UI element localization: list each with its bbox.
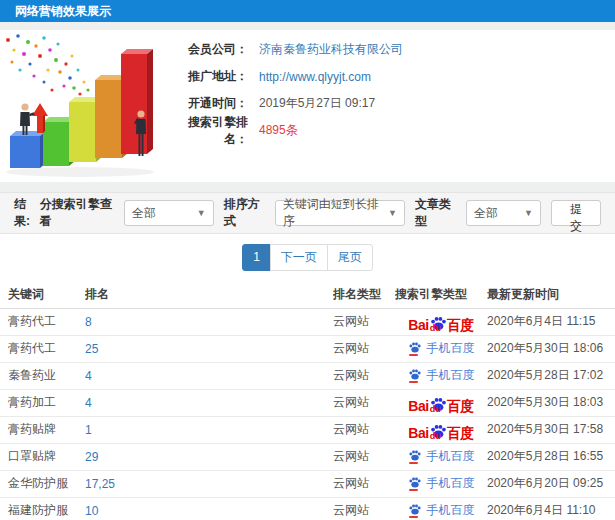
mobile-baidu-underline	[409, 354, 418, 356]
businessman-left	[20, 103, 35, 135]
mobile-baidu-icon	[408, 476, 422, 491]
page-button-current[interactable]: 1	[242, 244, 271, 271]
baidu-paw-icon: du	[430, 315, 447, 332]
bar-red	[121, 49, 153, 154]
table-header-row: 关键词 排名 排名类型 搜索引擎类型 最新更新时间	[0, 282, 615, 308]
keyword-cell: 膏药加工	[0, 389, 85, 416]
baidu-logo-cn-text: 百度	[447, 426, 474, 440]
baidu-logo-cn-text: 百度	[447, 318, 474, 332]
sort-select[interactable]: 关键词由短到长排序 ▼	[275, 200, 405, 226]
updated-cell: 2020年5月28日 16:55	[487, 443, 615, 470]
rank-link[interactable]: 4	[85, 396, 92, 410]
keyword-cell: 膏药代工	[0, 335, 85, 362]
results-content: 1 下一页 尾页 关键词 排名 排名类型 搜索引擎类型 最新更新时间 膏药代工 …	[0, 234, 615, 520]
col-header-rank: 排名	[85, 282, 333, 308]
promo-url-link[interactable]: http://www.qlyyjt.com	[259, 70, 371, 84]
engine-view-label: 分搜索引擎查看	[40, 196, 117, 230]
confetti-dots	[6, 34, 90, 95]
window-title-bar: 网络营销效果展示	[0, 0, 615, 22]
open-time-value: 2019年5月27日 09:17	[259, 95, 375, 112]
mobile-baidu-badge: 手机百度	[408, 475, 475, 492]
mobile-baidu-label: 手机百度	[427, 475, 475, 492]
mobile-baidu-badge: 手机百度	[408, 502, 475, 519]
rank-link[interactable]: 8	[85, 315, 92, 329]
updated-cell: 2020年6月4日 11:15	[487, 308, 615, 335]
mobile-baidu-badge: 手机百度	[408, 448, 475, 465]
chevron-down-icon: ▼	[518, 208, 533, 218]
results-label: 结果:	[14, 196, 40, 230]
table-row: 膏药代工 25 云网站	[0, 335, 615, 362]
engine-type-cell: Bai du 百度	[395, 308, 487, 335]
table-row: 膏药贴牌 1 云网站 Bai du 百度	[0, 416, 615, 443]
updated-cell: 2020年5月30日 18:06	[487, 335, 615, 362]
member-info-panel: 会员公司： 济南秦鲁药业科技有限公司 推广地址： http://www.qlyy…	[0, 30, 615, 182]
last-page-button[interactable]: 尾页	[327, 244, 373, 271]
updated-cell: 2020年6月20日 09:25	[487, 470, 615, 497]
col-header-updated: 最新更新时间	[487, 282, 615, 308]
baidu-logo-bai-text: Bai	[408, 426, 428, 440]
rank-type-cell: 云网站	[333, 389, 395, 416]
engine-filter-select[interactable]: 全部 ▼	[124, 200, 214, 226]
keyword-cell: 福建防护服	[0, 497, 85, 520]
keyword-cell: 金华防护服	[0, 470, 85, 497]
baidu-logo-bai-text: Bai	[408, 399, 428, 413]
page-title: 网络营销效果展示	[15, 4, 111, 18]
bar-blue	[10, 131, 46, 168]
table-row: 秦鲁药业 4 云网站	[0, 362, 615, 389]
mobile-baidu-badge: 手机百度	[408, 340, 475, 357]
mobile-baidu-label: 手机百度	[427, 502, 475, 519]
submit-button[interactable]: 提交	[551, 200, 601, 226]
mobile-baidu-label: 手机百度	[427, 340, 475, 357]
col-header-engine-type: 搜索引擎类型	[395, 282, 487, 308]
mobile-baidu-icon	[408, 503, 422, 518]
baidu-logo: Bai du 百度	[408, 423, 473, 440]
company-label: 会员公司：	[166, 41, 248, 58]
next-page-button[interactable]: 下一页	[270, 244, 328, 271]
mobile-baidu-underline	[409, 381, 418, 383]
engine-type-cell: 手机百度	[395, 335, 487, 362]
rank-link[interactable]: 1	[85, 423, 92, 437]
pagination-wrap: 1 下一页 尾页	[0, 234, 615, 282]
rank-cell: 1	[85, 416, 333, 443]
article-type-label: 文章类型	[415, 196, 459, 230]
results-table-body: 膏药代工 8 云网站 Bai du 百度	[0, 308, 615, 520]
info-row-rank-count: 搜索引擎排名： 4895条	[166, 117, 615, 144]
table-row: 膏药代工 8 云网站 Bai du 百度	[0, 308, 615, 335]
mobile-baidu-icon	[408, 341, 422, 356]
table-row: 福建防护服 10 云网站	[0, 497, 615, 520]
article-type-select[interactable]: 全部 ▼	[466, 200, 541, 226]
baidu-logo-bai-text: Bai	[408, 318, 428, 332]
rank-type-cell: 云网站	[333, 335, 395, 362]
rank-type-cell: 云网站	[333, 362, 395, 389]
keyword-cell: 膏药贴牌	[0, 416, 85, 443]
company-link[interactable]: 济南秦鲁药业科技有限公司	[259, 41, 403, 58]
mobile-baidu-underline	[409, 462, 418, 464]
rank-type-cell: 云网站	[333, 470, 395, 497]
baidu-logo-cn-text: 百度	[447, 399, 474, 413]
keyword-cell: 膏药代工	[0, 308, 85, 335]
baidu-paw-icon: du	[430, 396, 447, 413]
pagination: 1 下一页 尾页	[242, 244, 373, 271]
keyword-cell: 口罩贴牌	[0, 443, 85, 470]
member-info-fields: 会员公司： 济南秦鲁药业科技有限公司 推广地址： http://www.qlyy…	[166, 30, 615, 144]
baidu-logo-du-text: du	[430, 405, 441, 414]
open-time-label: 开通时间：	[166, 95, 248, 112]
table-row: 口罩贴牌 29 云网站	[0, 443, 615, 470]
rank-type-cell: 云网站	[333, 308, 395, 335]
rank-cell: 4	[85, 389, 333, 416]
engine-type-cell: Bai du 百度	[395, 389, 487, 416]
rank-link[interactable]: 25	[85, 342, 98, 356]
rank-cell: 4	[85, 362, 333, 389]
rank-link[interactable]: 10	[85, 504, 98, 518]
rank-cell: 10	[85, 497, 333, 520]
baidu-logo-du-text: du	[430, 324, 441, 333]
col-header-keyword: 关键词	[0, 282, 85, 308]
sort-label: 排序方式	[224, 196, 268, 230]
ground-shadow	[6, 167, 154, 177]
rank-count-value: 4895条	[259, 122, 298, 139]
baidu-logo: Bai du 百度	[408, 396, 473, 413]
rank-link[interactable]: 17,25	[85, 477, 115, 491]
engine-type-cell: 手机百度	[395, 470, 487, 497]
rank-link[interactable]: 29	[85, 450, 98, 464]
rank-link[interactable]: 4	[85, 369, 92, 383]
